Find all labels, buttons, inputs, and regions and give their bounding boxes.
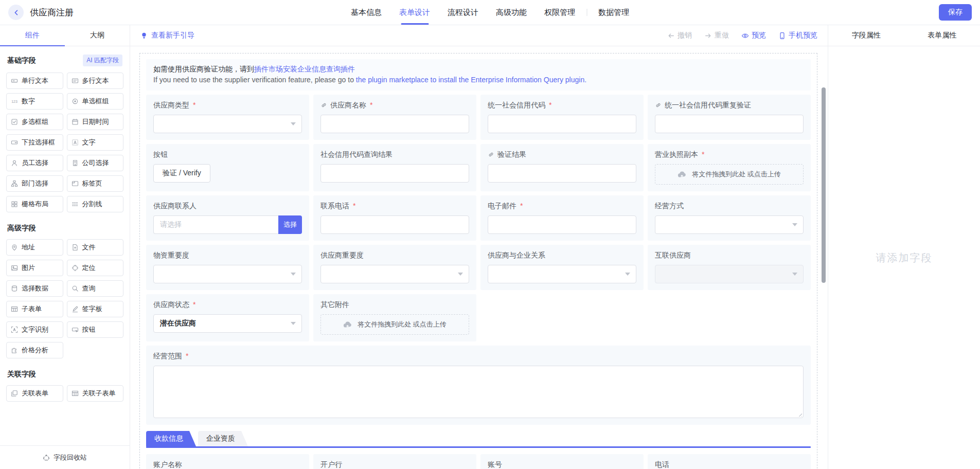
upload-dropzone[interactable]: 将文件拖拽到此处 或点击上传 <box>320 314 469 335</box>
nav-tab-1[interactable]: 基本信息 <box>351 0 382 25</box>
field-item[interactable]: 文件 <box>67 239 124 256</box>
field-item[interactable]: 地址 <box>6 239 63 256</box>
choose-button[interactable]: 选择 <box>278 215 302 234</box>
address-icon <box>11 244 18 251</box>
form-field-cell[interactable]: 验证结果 <box>480 144 644 191</box>
field-item[interactable]: 签字板 <box>67 301 124 317</box>
field-item[interactable]: 定位 <box>67 260 124 276</box>
nav-tab-6[interactable]: 数据管理 <box>598 0 629 25</box>
chain-icon <box>488 151 494 158</box>
field-item[interactable]: 子表单 <box>6 301 63 317</box>
form-field-cell[interactable]: 供应商与企业关系 <box>480 245 644 290</box>
back-button[interactable] <box>8 5 24 20</box>
form-field-cell[interactable]: 统一社会信用代码* <box>480 95 644 140</box>
select-control[interactable] <box>655 265 804 283</box>
canvas-toolbar: 查看新手引导 撤销 重做 预览 <box>130 25 828 46</box>
form-sub-tab-1[interactable]: 收款信息 <box>146 431 196 446</box>
field-item[interactable]: 123数字 <box>6 93 63 110</box>
form-field-cell[interactable]: 统一社会信用代码重复验证 <box>648 95 811 140</box>
form-field-cell[interactable]: 供应商联系人请选择选择 <box>146 195 309 241</box>
field-item[interactable]: 文字识别 <box>6 321 63 338</box>
save-button[interactable]: 保存 <box>939 4 972 21</box>
field-item[interactable]: 日期时间 <box>67 114 124 130</box>
text-input[interactable] <box>320 115 469 133</box>
select-control[interactable] <box>153 265 302 283</box>
properties-tab-2[interactable]: 表单属性 <box>904 25 980 46</box>
form-field-cell[interactable]: 账号 <box>480 454 644 469</box>
textarea-input[interactable] <box>153 366 804 418</box>
newbie-guide-link[interactable]: 查看新手引导 <box>140 31 194 40</box>
nav-tab-3[interactable]: 流程设计 <box>448 0 478 25</box>
field-item[interactable]: 文字 <box>67 134 124 151</box>
form-field-cell[interactable]: 账户名称 <box>146 454 309 469</box>
sidebar-tab-2[interactable]: 大纲 <box>65 25 130 46</box>
field-item[interactable]: 多选框组 <box>6 114 63 130</box>
picker-input[interactable]: 请选择 <box>153 215 278 234</box>
select-control[interactable] <box>153 115 302 133</box>
text-input[interactable] <box>655 115 804 133</box>
field-item[interactable]: 选择数据 <box>6 280 63 297</box>
field-item[interactable]: 单选框组 <box>67 93 124 110</box>
redo-button[interactable]: 重做 <box>704 31 729 40</box>
form-field-cell[interactable]: 物资重要度 <box>146 245 309 290</box>
field-item[interactable]: 标签页 <box>67 175 124 192</box>
form-field-cell[interactable]: 电话 <box>648 454 811 469</box>
field-item[interactable]: 公司选择 <box>67 155 124 171</box>
form-field-cell[interactable]: 供应商类型* <box>146 95 309 140</box>
form-field-cell[interactable]: 按钮验证 / Verify <box>146 144 309 191</box>
field-item[interactable]: 图片 <box>6 260 63 276</box>
field-item[interactable]: 价格分析 <box>6 342 63 358</box>
location-icon <box>72 264 79 272</box>
form-field-cell[interactable]: 经营范围* <box>146 346 811 425</box>
field-item[interactable]: 查询 <box>67 280 124 297</box>
nav-tab-4[interactable]: 高级功能 <box>496 0 527 25</box>
upload-dropzone[interactable]: 将文件拖拽到此处 或点击上传 <box>655 164 804 185</box>
field-item[interactable]: 单行文本 <box>6 73 63 89</box>
verify-button[interactable]: 验证 / Verify <box>153 164 210 183</box>
field-item[interactable]: 分割线 <box>67 196 124 212</box>
select-control[interactable] <box>488 265 636 283</box>
text-input[interactable] <box>320 164 469 183</box>
nav-tab-2[interactable]: 表单设计 <box>399 0 430 25</box>
form-sub-tab-2[interactable]: 企业资质 <box>198 431 248 446</box>
field-recycle-bin[interactable]: 字段回收站 <box>0 445 130 469</box>
nav-tab-5[interactable]: 权限管理 <box>544 0 575 25</box>
select-control[interactable]: 潜在供应商 <box>153 314 302 333</box>
undo-button[interactable]: 撤销 <box>667 31 692 40</box>
canvas-scrollbar[interactable] <box>822 48 826 467</box>
form-field-cell[interactable]: 供应商名称* <box>313 95 476 140</box>
form-field-cell[interactable]: 社会信用代码查询结果 <box>313 144 476 191</box>
select-control[interactable] <box>320 265 469 283</box>
form-field-cell[interactable]: 互联供应商 <box>648 245 811 290</box>
properties-tab-1[interactable]: 字段属性 <box>828 25 904 46</box>
select-control[interactable] <box>655 215 804 234</box>
field-item[interactable]: 按钮 <box>67 321 124 338</box>
text-input[interactable] <box>488 215 636 234</box>
text-input[interactable] <box>488 164 636 183</box>
form-field-cell[interactable]: 营业执照副本*将文件拖拽到此处 或点击上传 <box>648 144 811 191</box>
field-item[interactable]: 栅格布局 <box>6 196 63 212</box>
field-item[interactable]: 下拉选择框 <box>6 134 63 151</box>
form-field-cell[interactable]: 供应商状态*潜在供应商 <box>146 294 309 341</box>
form-field-cell[interactable]: 其它附件将文件拖拽到此处 或点击上传 <box>313 294 476 341</box>
form-field-cell[interactable]: 联系电话* <box>313 195 476 241</box>
text-input[interactable] <box>488 115 636 133</box>
sub-tab-field-grid: 账户名称开户行账号电话 <box>146 454 811 469</box>
sidebar-tab-1[interactable]: 组件 <box>0 25 65 46</box>
scrollbar-thumb[interactable] <box>822 87 826 283</box>
ai-match-fields-badge[interactable]: AI 匹配字段 <box>83 55 122 66</box>
form-field-cell[interactable]: 经营方式 <box>648 195 811 241</box>
form-field-cell[interactable]: 供应商重要度 <box>313 245 476 290</box>
field-item[interactable]: 员工选择 <box>6 155 63 171</box>
form-field-cell[interactable]: 开户行 <box>313 454 476 469</box>
plugin-market-link-en[interactable]: the plugin marketplace to install the En… <box>356 76 586 84</box>
field-item[interactable]: 多行文本 <box>67 73 124 89</box>
field-item[interactable]: 关联表单 <box>6 385 63 402</box>
mobile-preview-button[interactable]: 手机预览 <box>778 31 817 40</box>
field-item[interactable]: 部门选择 <box>6 175 63 192</box>
preview-button[interactable]: 预览 <box>741 31 766 40</box>
field-item[interactable]: 关联子表单 <box>67 385 124 402</box>
plugin-market-link-cn[interactable]: 插件市场安装企业信息查询插件 <box>254 65 355 73</box>
text-input[interactable] <box>320 215 469 234</box>
form-field-cell[interactable]: 电子邮件* <box>480 195 644 241</box>
